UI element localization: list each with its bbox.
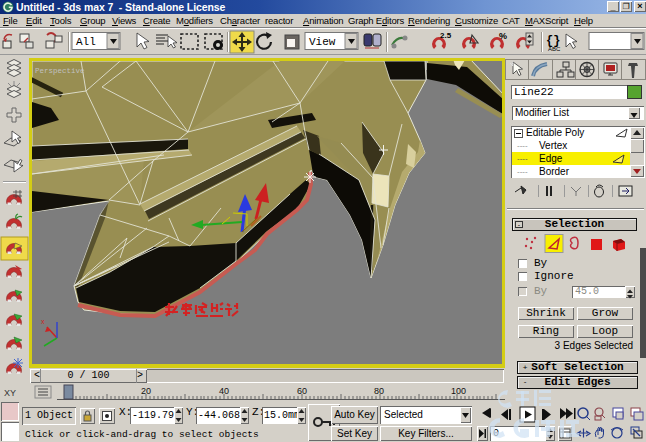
svg-text:XY: XY [4, 388, 16, 398]
svg-text:2.5: 2.5 [440, 31, 452, 40]
svg-text:80: 80 [374, 386, 384, 396]
svg-text:All: All [76, 36, 96, 48]
svg-text:100: 100 [451, 386, 466, 396]
svg-text:x: x [41, 318, 45, 325]
svg-text:60: 60 [297, 386, 307, 396]
svg-text:20: 20 [141, 386, 151, 396]
svg-text:%: % [499, 31, 507, 41]
svg-text:40: 40 [219, 386, 229, 396]
svg-text:ABC: ABC [548, 46, 561, 52]
svg-text:Perspective: Perspective [35, 67, 85, 75]
svg-text:View: View [309, 36, 336, 48]
